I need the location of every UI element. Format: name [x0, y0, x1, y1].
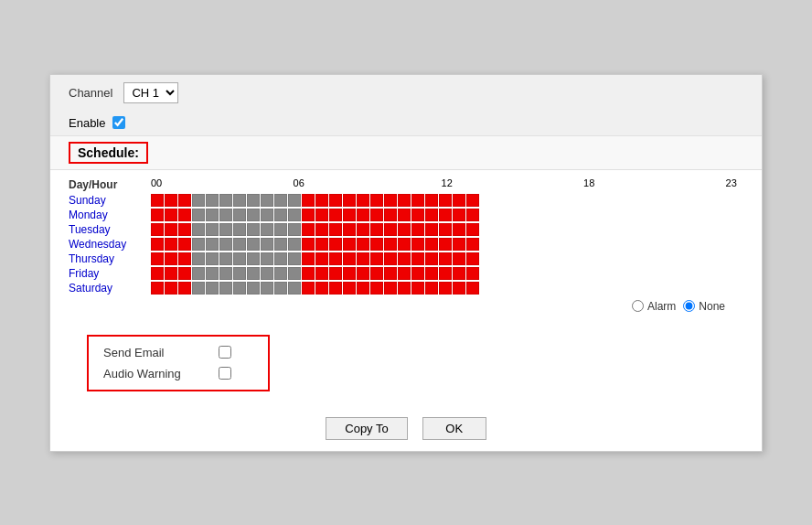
schedule-cell[interactable]	[219, 282, 232, 295]
schedule-cell[interactable]	[206, 252, 219, 265]
schedule-cell[interactable]	[398, 223, 411, 236]
schedule-cell[interactable]	[302, 252, 315, 265]
schedule-cell[interactable]	[425, 209, 438, 221]
schedule-cell[interactable]	[206, 282, 219, 295]
schedule-cell[interactable]	[274, 209, 287, 221]
schedule-cell[interactable]	[329, 194, 342, 207]
schedule-cell[interactable]	[370, 282, 383, 295]
schedule-cell[interactable]	[288, 209, 301, 221]
schedule-cell[interactable]	[151, 282, 164, 295]
schedule-cell[interactable]	[398, 252, 411, 265]
schedule-cell[interactable]	[384, 194, 397, 207]
none-radio[interactable]	[683, 300, 695, 312]
schedule-cell[interactable]	[288, 223, 301, 236]
schedule-cell[interactable]	[178, 238, 191, 251]
alarm-radio[interactable]	[632, 300, 644, 312]
schedule-cell[interactable]	[411, 282, 424, 295]
schedule-cell[interactable]	[247, 209, 260, 221]
send-email-checkbox[interactable]	[219, 346, 231, 359]
schedule-cell[interactable]	[261, 238, 273, 251]
schedule-cell[interactable]	[247, 238, 260, 251]
schedule-cell[interactable]	[315, 267, 328, 280]
schedule-cell[interactable]	[370, 209, 383, 221]
schedule-cell[interactable]	[453, 267, 465, 280]
schedule-cell[interactable]	[343, 252, 356, 265]
schedule-cell[interactable]	[425, 238, 438, 251]
schedule-cell[interactable]	[329, 252, 342, 265]
schedule-cell[interactable]	[288, 252, 301, 265]
schedule-cell[interactable]	[247, 282, 260, 295]
schedule-cell[interactable]	[411, 267, 424, 280]
schedule-cell[interactable]	[247, 194, 260, 207]
schedule-cell[interactable]	[206, 223, 219, 236]
schedule-cell[interactable]	[165, 282, 177, 295]
schedule-cell[interactable]	[384, 267, 397, 280]
schedule-cell[interactable]	[453, 282, 465, 295]
schedule-cell[interactable]	[178, 223, 191, 236]
schedule-cell[interactable]	[453, 252, 465, 265]
schedule-cell[interactable]	[343, 238, 356, 251]
schedule-cell[interactable]	[329, 223, 342, 236]
schedule-cell[interactable]	[329, 238, 342, 251]
schedule-cell[interactable]	[411, 194, 424, 207]
schedule-cell[interactable]	[384, 209, 397, 221]
schedule-cell[interactable]	[370, 252, 383, 265]
schedule-cell[interactable]	[439, 209, 452, 221]
schedule-cell[interactable]	[178, 209, 191, 221]
schedule-cell[interactable]	[466, 194, 479, 207]
schedule-cell[interactable]	[425, 267, 438, 280]
schedule-cell[interactable]	[439, 194, 452, 207]
schedule-cell[interactable]	[439, 223, 452, 236]
schedule-cell[interactable]	[165, 223, 177, 236]
enable-checkbox[interactable]	[112, 116, 125, 129]
schedule-cell[interactable]	[315, 209, 328, 221]
schedule-cell[interactable]	[329, 282, 342, 295]
schedule-cell[interactable]	[370, 223, 383, 236]
schedule-cell[interactable]	[411, 223, 424, 236]
schedule-cell[interactable]	[261, 282, 273, 295]
schedule-cell[interactable]	[151, 252, 164, 265]
schedule-cell[interactable]	[192, 209, 205, 221]
schedule-cell[interactable]	[453, 194, 465, 207]
schedule-cell[interactable]	[261, 194, 273, 207]
schedule-cell[interactable]	[151, 267, 164, 280]
schedule-cell[interactable]	[247, 223, 260, 236]
schedule-cell[interactable]	[288, 238, 301, 251]
schedule-cell[interactable]	[398, 209, 411, 221]
schedule-cell[interactable]	[302, 238, 315, 251]
schedule-cell[interactable]	[370, 267, 383, 280]
schedule-cell[interactable]	[178, 282, 191, 295]
schedule-cell[interactable]	[315, 223, 328, 236]
schedule-cell[interactable]	[192, 194, 205, 207]
schedule-cell[interactable]	[439, 267, 452, 280]
schedule-cell[interactable]	[206, 194, 219, 207]
schedule-cell[interactable]	[261, 267, 273, 280]
schedule-cell[interactable]	[192, 252, 205, 265]
schedule-cell[interactable]	[329, 267, 342, 280]
schedule-cell[interactable]	[466, 282, 479, 295]
schedule-cell[interactable]	[247, 252, 260, 265]
schedule-cell[interactable]	[274, 223, 287, 236]
schedule-cell[interactable]	[151, 194, 164, 207]
schedule-cell[interactable]	[425, 282, 438, 295]
schedule-cell[interactable]	[425, 252, 438, 265]
schedule-cell[interactable]	[453, 238, 465, 251]
schedule-cell[interactable]	[219, 223, 232, 236]
schedule-cell[interactable]	[206, 238, 219, 251]
schedule-cell[interactable]	[178, 252, 191, 265]
schedule-cell[interactable]	[261, 223, 273, 236]
schedule-cell[interactable]	[466, 209, 479, 221]
schedule-cell[interactable]	[233, 252, 246, 265]
schedule-cell[interactable]	[343, 209, 356, 221]
schedule-cell[interactable]	[151, 209, 164, 221]
schedule-cell[interactable]	[398, 267, 411, 280]
schedule-cell[interactable]	[192, 282, 205, 295]
schedule-cell[interactable]	[288, 282, 301, 295]
schedule-cell[interactable]	[315, 252, 328, 265]
schedule-cell[interactable]	[343, 223, 356, 236]
schedule-cell[interactable]	[425, 194, 438, 207]
schedule-cell[interactable]	[274, 252, 287, 265]
schedule-cell[interactable]	[151, 223, 164, 236]
schedule-cell[interactable]	[398, 282, 411, 295]
schedule-cell[interactable]	[370, 194, 383, 207]
